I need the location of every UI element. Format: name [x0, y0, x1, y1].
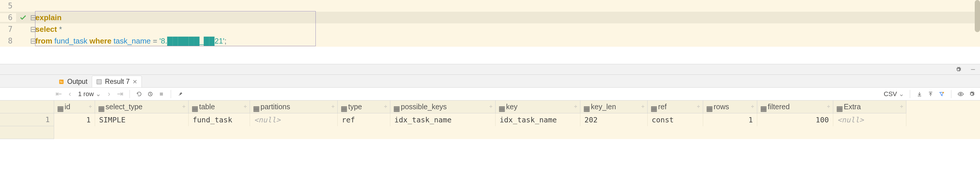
cell-key-len[interactable]: 202	[580, 113, 648, 126]
cell-select-type[interactable]: SIMPLE	[95, 113, 189, 126]
fold-marker[interactable]: ⊟	[30, 13, 35, 22]
gear-icon[interactable]	[954, 65, 963, 74]
svg-point-6	[960, 93, 962, 95]
next-page-icon[interactable]: ›	[104, 89, 114, 99]
cell-type[interactable]: ref	[338, 113, 390, 126]
table-icon	[96, 79, 102, 85]
row-num-empty	[0, 126, 54, 139]
panel-topbar	[0, 64, 980, 75]
row-num-header[interactable]	[0, 100, 54, 113]
result-grid: ▦id÷ ▦select_type÷ ▦table÷ ▦partitions÷ …	[0, 100, 980, 139]
prev-page-icon[interactable]: ‹	[65, 89, 75, 99]
cell-partitions[interactable]: <null>	[250, 113, 338, 126]
cell-id[interactable]: 1	[54, 113, 95, 126]
empty-row	[0, 126, 980, 139]
editor-bottom-gap	[0, 47, 980, 64]
line-number: 7	[0, 25, 16, 33]
tab-result[interactable]: Result 7 ✕	[92, 76, 142, 87]
refresh-icon[interactable]	[135, 89, 144, 99]
fold-marker[interactable]: ⊟	[30, 25, 35, 34]
row-number[interactable]: 1	[0, 113, 54, 126]
col-header-key-len[interactable]: ▦key_len÷	[580, 100, 648, 113]
svg-rect-4	[160, 92, 163, 95]
gear-icon[interactable]	[967, 89, 977, 99]
svg-point-5	[943, 92, 944, 93]
svg-rect-0	[971, 69, 975, 70]
close-icon[interactable]: ✕	[132, 78, 137, 85]
editor-scrollbar[interactable]	[975, 0, 980, 32]
col-header-id[interactable]: ▦id÷	[54, 100, 95, 113]
cell-table[interactable]: fund_task	[189, 113, 250, 126]
code-line[interactable]: explain	[35, 13, 980, 22]
run-ok-icon	[16, 14, 30, 21]
export-format-select[interactable]: CSV ⌄	[883, 90, 905, 98]
svg-rect-2	[97, 79, 102, 84]
minimize-icon[interactable]	[968, 65, 978, 74]
tab-label: Result 7	[105, 78, 129, 86]
code-line[interactable]: select *	[35, 25, 980, 34]
filter-icon[interactable]	[937, 89, 947, 99]
col-header-rows[interactable]: ▦rows÷	[703, 100, 757, 113]
line-number: 8	[0, 37, 16, 45]
upload-icon[interactable]	[926, 89, 935, 99]
output-icon	[59, 79, 64, 85]
tab-label: Output	[67, 78, 88, 86]
col-header-type[interactable]: ▦type÷	[338, 100, 390, 113]
col-header-ref[interactable]: ▦ref÷	[648, 100, 703, 113]
last-page-icon[interactable]: ⇥	[116, 89, 125, 99]
cell-key[interactable]: idx_task_name	[496, 113, 580, 126]
col-header-table[interactable]: ▦table÷	[189, 100, 250, 113]
separator	[129, 90, 130, 98]
col-header-extra[interactable]: ▦Extra÷	[833, 100, 906, 113]
eye-icon[interactable]	[956, 89, 966, 99]
pin-icon[interactable]	[176, 89, 185, 99]
col-header-filtered[interactable]: ▦filtered÷	[757, 100, 833, 113]
stop-refresh-icon[interactable]	[146, 89, 155, 99]
line-number: 6	[0, 13, 16, 22]
line-number: 5	[0, 2, 16, 10]
stop-icon[interactable]	[157, 89, 166, 99]
result-tabs: Output Result 7 ✕	[0, 75, 980, 87]
col-header-select-type[interactable]: ▦select_type÷	[95, 100, 189, 113]
download-icon[interactable]	[915, 89, 924, 99]
col-header-key[interactable]: ▦key÷	[496, 100, 580, 113]
fold-marker[interactable]: ⊟	[30, 37, 35, 46]
tab-output[interactable]: Output	[54, 76, 92, 87]
first-page-icon[interactable]: ⇤	[54, 89, 64, 99]
code-line[interactable]: from fund_task where task_name = '8.████…	[35, 37, 980, 46]
separator	[171, 90, 171, 98]
header-row: ▦id÷ ▦select_type÷ ▦table÷ ▦partitions÷ …	[0, 100, 980, 113]
cell-filtered[interactable]: 100	[757, 113, 833, 126]
cell-extra[interactable]: <null>	[833, 113, 906, 126]
col-header-possible-keys[interactable]: ▦possible_keys÷	[390, 100, 496, 113]
cell-rows[interactable]: 1	[703, 113, 757, 126]
cell-ref[interactable]: const	[648, 113, 703, 126]
separator	[951, 90, 951, 98]
table-row[interactable]: 1 1 SIMPLE fund_task <null> ref idx_task…	[0, 113, 980, 126]
result-toolbar: ⇤ ‹ 1 row ⌄ › ⇥ CSV ⌄	[0, 87, 980, 100]
col-header-partitions[interactable]: ▦partitions÷	[250, 100, 338, 113]
cell-possible-keys[interactable]: idx_task_name	[390, 113, 496, 126]
sql-editor[interactable]: 5 6 ⊟ explain 7 ⊟ select * 8 ⊟ from fund…	[0, 0, 980, 47]
row-count-label[interactable]: 1 row ⌄	[76, 90, 103, 98]
